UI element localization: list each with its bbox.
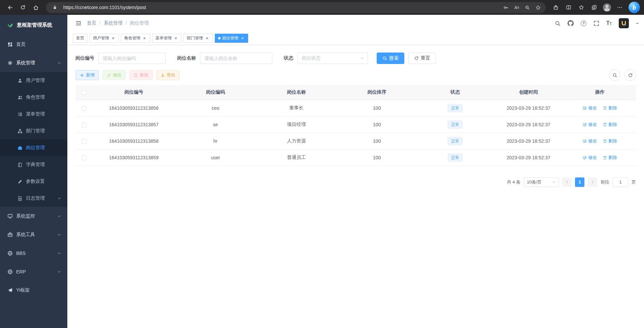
row-checkbox[interactable] <box>82 156 87 160</box>
breadcrumb-item-system[interactable]: 系统管理 <box>96 20 123 26</box>
close-icon[interactable] <box>111 36 115 41</box>
copilot-bing-button[interactable] <box>629 2 640 13</box>
cell-post-code: ceo <box>175 100 256 116</box>
back-button[interactable] <box>4 1 16 13</box>
sidebar-subitem-department-management[interactable]: 部门管理 <box>0 123 67 139</box>
read-aloud-icon[interactable] <box>511 3 521 12</box>
post-name-label: 岗位名称 <box>177 55 196 61</box>
sidebar-subitem-post-management[interactable]: 岗位管理 <box>0 139 67 156</box>
delete-button-label: 删除 <box>140 72 148 78</box>
sidebar-item-system-monitoring[interactable]: 系统监控 <box>0 207 67 225</box>
delete-link[interactable]: 删除 <box>603 105 617 111</box>
page-size-select[interactable]: 10条/页 <box>524 177 559 187</box>
tab-home[interactable]: 首页 <box>73 34 88 43</box>
reset-button[interactable]: 重置 <box>408 53 436 64</box>
delete-link[interactable]: 删除 <box>603 155 617 161</box>
tab-post-management[interactable]: 岗位管理 <box>215 34 248 43</box>
sidebar-subitem-log-management[interactable]: 日志管理 <box>0 190 67 207</box>
sidebar-item-yi-framework[interactable]: Yi框架 <box>0 281 67 299</box>
font-size-button[interactable] <box>606 21 612 26</box>
sidebar-subitem-user-management[interactable]: 用户管理 <box>0 72 67 89</box>
sidebar-subitem-dictionary-management[interactable]: 字典管理 <box>0 156 67 173</box>
fullscreen-button[interactable] <box>594 21 599 26</box>
topbar-actions <box>555 18 639 28</box>
toggle-search-button[interactable] <box>609 69 620 81</box>
extensions-button[interactable] <box>550 1 562 13</box>
sidebar-subitem-parameter-settings[interactable]: 参数设置 <box>0 173 67 190</box>
tab-role-management[interactable]: 角色管理 <box>121 34 150 43</box>
tab-menu-management[interactable]: 菜单管理 <box>152 34 181 43</box>
edit-link[interactable]: 修改 <box>583 155 597 161</box>
select-all-checkbox[interactable] <box>82 90 87 95</box>
delete-link[interactable]: 删除 <box>603 138 617 144</box>
prev-page-button[interactable] <box>562 177 572 187</box>
status-select[interactable]: 岗位状态 <box>297 53 368 64</box>
chevron-down-icon <box>57 214 61 218</box>
profile-button[interactable] <box>601 1 613 13</box>
tab-user-management[interactable]: 用户管理 <box>90 34 119 43</box>
settings-menu-button[interactable] <box>614 1 626 13</box>
home-button[interactable] <box>30 1 42 13</box>
add-button[interactable]: 新增 <box>75 70 99 80</box>
goto-page-input[interactable] <box>613 177 628 187</box>
github-button[interactable] <box>568 20 574 26</box>
chevron-down-icon <box>57 196 61 200</box>
zoom-out-icon[interactable] <box>522 3 532 12</box>
site-info-icon[interactable] <box>50 3 60 12</box>
add-favorite-star-icon[interactable] <box>533 3 543 12</box>
delete-button[interactable]: 删除 <box>129 70 153 80</box>
status-badge: 正常 <box>448 121 463 129</box>
post-name-input[interactable] <box>200 53 272 64</box>
edit-link[interactable]: 修改 <box>583 105 597 111</box>
refresh-button[interactable] <box>17 1 29 13</box>
favorites-button[interactable] <box>575 1 587 13</box>
address-bar[interactable]: https://ccnetcore.com:1101/system/post <box>46 2 546 13</box>
sidebar-subitem-role-management[interactable]: 角色管理 <box>0 89 67 106</box>
edit-link[interactable]: 修改 <box>583 138 597 144</box>
row-checkbox[interactable] <box>82 106 87 111</box>
help-button[interactable] <box>581 21 586 26</box>
page-button-1[interactable]: 1 <box>575 177 584 187</box>
sidebar-item-bbs[interactable]: BBS <box>0 244 67 262</box>
next-page-button[interactable] <box>588 177 597 187</box>
edit-button[interactable]: 修改 <box>102 70 126 80</box>
sidebar-subitem-menu-management[interactable]: 菜单管理 <box>0 106 67 123</box>
refresh-table-button[interactable] <box>624 69 636 81</box>
cell-post-name: 项目经理 <box>256 116 337 133</box>
header-search-button[interactable] <box>555 21 561 26</box>
user-avatar[interactable] <box>619 18 629 28</box>
tab-department-management[interactable]: 部门管理 <box>183 34 213 43</box>
app-frame: 意框架管理系统 首页 系统管理 用户管理 角色管理 菜单管理 <box>0 15 644 328</box>
chevron-down-icon <box>57 251 61 255</box>
close-icon[interactable] <box>142 36 147 41</box>
chevron-left-icon <box>565 180 569 184</box>
breadcrumb-item-home[interactable]: 首页 <box>87 20 96 26</box>
sidebar-item-home[interactable]: 首页 <box>0 35 67 54</box>
sidebar-item-label: 首页 <box>16 41 61 47</box>
row-checkbox[interactable] <box>82 139 87 144</box>
plus-icon <box>80 73 84 77</box>
close-icon[interactable] <box>205 36 209 41</box>
sidebar-item-system-tools[interactable]: 系统工具 <box>0 225 67 244</box>
edit-link[interactable]: 修改 <box>583 122 597 128</box>
search-button[interactable]: 搜索 <box>377 53 404 64</box>
collections-button[interactable] <box>588 1 600 13</box>
app-logo[interactable]: 意框架管理系统 <box>0 15 67 35</box>
row-checkbox[interactable] <box>82 123 87 127</box>
tab-label: 首页 <box>76 35 84 41</box>
table-row: 1641030593112313857 se 项目经理 100 正常 2023-… <box>75 116 636 133</box>
monitor-icon <box>7 214 13 219</box>
password-key-icon[interactable] <box>501 3 511 12</box>
sidebar-item-system-management[interactable]: 系统管理 <box>0 54 67 72</box>
sidebar-toggle-button[interactable] <box>73 18 84 29</box>
sidebar-item-erp[interactable]: ERP <box>0 262 67 281</box>
post-code-input[interactable] <box>98 53 166 64</box>
delete-link[interactable]: 删除 <box>603 122 617 128</box>
close-icon[interactable] <box>240 36 245 41</box>
document-icon <box>18 196 23 201</box>
close-icon[interactable] <box>173 36 178 41</box>
split-screen-button[interactable] <box>563 1 575 13</box>
status-badge: 正常 <box>448 104 463 112</box>
user-dropdown-caret[interactable] <box>636 23 639 26</box>
export-button[interactable]: 导出 <box>156 70 180 80</box>
